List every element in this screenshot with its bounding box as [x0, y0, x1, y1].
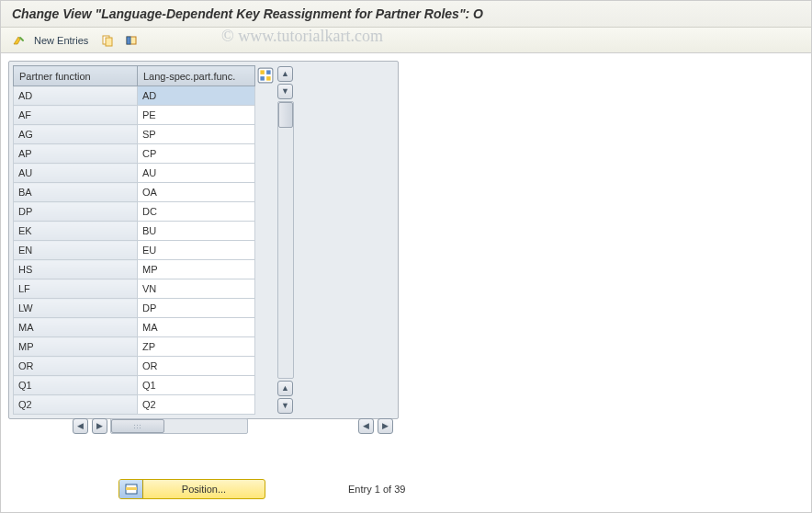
cell-ls[interactable]: MA	[138, 318, 255, 337]
table-container: Partner function Lang-spec.part.func. AD…	[8, 61, 399, 419]
table-row[interactable]: OROR	[14, 357, 255, 376]
content-area: Partner function Lang-spec.part.func. AD…	[1, 53, 811, 473]
page-title: Change View "Language-Dependent Key Reas…	[1, 1, 811, 28]
cell-pf: LW	[14, 299, 138, 318]
toolbar: New Entries	[1, 28, 811, 53]
cell-pf: AD	[14, 86, 138, 106]
scroll-up-button[interactable]: ▲	[277, 66, 293, 82]
table-row[interactable]: Q2Q2	[14, 395, 255, 415]
scroll-down-button-bottom[interactable]: ▼	[277, 398, 293, 414]
footer-bar: Position... Entry 1 of 39	[1, 479, 811, 499]
position-button-label: Position...	[143, 484, 265, 495]
vertical-scrollbar[interactable]: ▲ ▼ ▲ ▼	[277, 65, 294, 415]
cell-ls[interactable]: PE	[138, 106, 255, 125]
scroll-right-button-right[interactable]: ▶	[378, 418, 393, 434]
cell-ls[interactable]: OA	[138, 183, 255, 202]
table-settings-icon[interactable]	[257, 67, 274, 84]
scroll-thumb-vertical[interactable]	[278, 102, 293, 128]
table-row[interactable]: ADAD	[14, 86, 255, 106]
toggle-icon[interactable]	[8, 31, 28, 50]
table-row[interactable]: LFVN	[14, 279, 255, 299]
svg-rect-7	[260, 76, 265, 81]
horizontal-scrollbar[interactable]: ◀ ▶ ::: ◀ ▶	[19, 418, 394, 434]
svg-rect-6	[266, 70, 271, 74]
cell-ls[interactable]: BU	[138, 222, 255, 241]
cell-pf: AG	[14, 125, 138, 144]
cell-ls[interactable]: DC	[138, 202, 255, 222]
svg-rect-3	[127, 37, 130, 44]
table-row[interactable]: AUAU	[14, 164, 255, 183]
entry-counter: Entry 1 of 39	[348, 484, 405, 495]
cell-ls[interactable]: DP	[138, 299, 255, 318]
table-row[interactable]: Q1Q1	[14, 376, 255, 395]
cell-ls[interactable]: EU	[138, 241, 255, 260]
cell-ls[interactable]: AD	[138, 86, 255, 106]
scroll-right-button[interactable]: ▶	[92, 418, 107, 434]
cell-pf: Q1	[14, 376, 138, 395]
svg-rect-8	[266, 76, 271, 81]
column-header-partner-function[interactable]: Partner function	[14, 66, 138, 86]
table-row[interactable]: EKBU	[14, 222, 255, 241]
scroll-up-button-bottom[interactable]: ▲	[277, 381, 293, 396]
table-row[interactable]: APCP	[14, 144, 255, 164]
table-row[interactable]: AFPE	[14, 106, 255, 125]
position-icon	[119, 480, 143, 498]
cell-ls[interactable]: OR	[138, 357, 255, 376]
cell-pf: BA	[14, 183, 138, 202]
cell-pf: Q2	[14, 395, 138, 415]
svg-rect-10	[126, 487, 137, 490]
cell-pf: AP	[14, 144, 138, 164]
svg-rect-1	[106, 38, 112, 46]
scroll-track-vertical[interactable]	[277, 101, 294, 379]
scroll-thumb-horizontal[interactable]: :::	[111, 419, 164, 433]
cell-ls[interactable]: CP	[138, 144, 255, 164]
cell-pf: MA	[14, 318, 138, 337]
new-entries-button[interactable]: New Entries	[32, 35, 94, 46]
cell-pf: DP	[14, 202, 138, 222]
svg-rect-5	[260, 70, 265, 74]
table-row[interactable]: HSMP	[14, 260, 255, 279]
cell-ls[interactable]: SP	[138, 125, 255, 144]
scroll-down-button[interactable]: ▼	[277, 84, 293, 99]
cell-ls[interactable]: VN	[138, 279, 255, 299]
cell-ls[interactable]: AU	[138, 164, 255, 183]
cell-pf: LF	[14, 279, 138, 299]
cell-ls[interactable]: Q2	[138, 395, 255, 415]
cell-pf: EN	[14, 241, 138, 260]
copy-icon[interactable]	[97, 31, 118, 50]
table-row[interactable]: DPDC	[14, 202, 255, 222]
column-header-lang-spec[interactable]: Lang-spec.part.func.	[138, 66, 255, 86]
cell-pf: MP	[14, 337, 138, 357]
table-row[interactable]: MAMA	[14, 318, 255, 337]
delimit-icon[interactable]	[121, 31, 141, 50]
table-row[interactable]: AGSP	[14, 125, 255, 144]
table-row[interactable]: MPZP	[14, 337, 255, 357]
scroll-left-button-right[interactable]: ◀	[358, 418, 374, 434]
data-table: Partner function Lang-spec.part.func. AD…	[13, 65, 255, 415]
cell-ls[interactable]: MP	[138, 260, 255, 279]
cell-pf: AU	[14, 164, 138, 183]
cell-pf: EK	[14, 222, 138, 241]
cell-pf: OR	[14, 357, 138, 376]
table-row[interactable]: ENEU	[14, 241, 255, 260]
position-button[interactable]: Position...	[118, 479, 265, 499]
table-row[interactable]: LWDP	[14, 299, 255, 318]
scroll-left-button[interactable]: ◀	[73, 418, 88, 434]
cell-ls[interactable]: Q1	[138, 376, 255, 395]
cell-ls[interactable]: ZP	[138, 337, 255, 357]
scroll-track-horizontal[interactable]: :::	[110, 418, 248, 434]
table-row[interactable]: BAOA	[14, 183, 255, 202]
cell-pf: AF	[14, 106, 138, 125]
cell-pf: HS	[14, 260, 138, 279]
